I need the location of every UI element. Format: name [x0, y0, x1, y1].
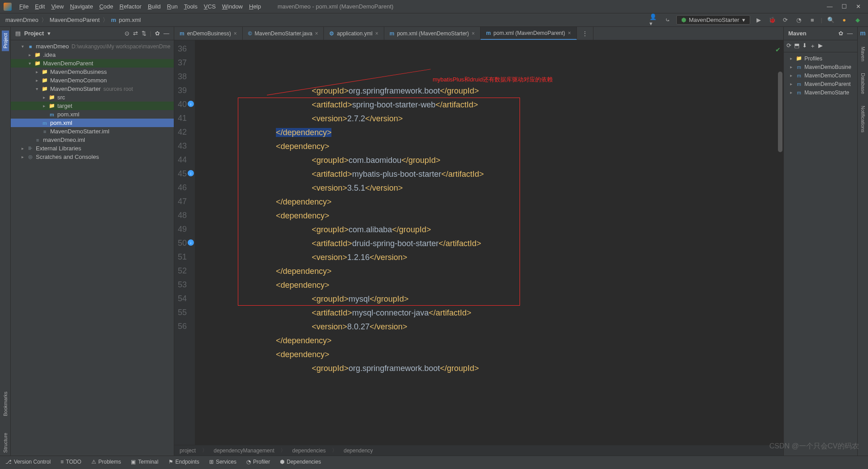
editor-tab[interactable]: mpom.xml (MavenDemoStarter)×	[384, 27, 481, 40]
sidebar-tab-structure[interactable]: Structure	[3, 430, 8, 456]
code-content[interactable]: ✔ <groupId>org.springframework.boot</gro…	[195, 40, 783, 445]
tab-close-icon[interactable]: ×	[315, 30, 318, 37]
sidebar-tab-bookmarks[interactable]: Bookmarks	[3, 389, 8, 419]
stop-icon[interactable]: ■	[808, 15, 817, 25]
tree-item[interactable]: ▸📁MavenDemoCommon	[11, 76, 174, 85]
tree-item[interactable]: ▸◎Scratches and Consoles	[11, 153, 174, 161]
maven-item[interactable]: ▸mMavenDemoBusine	[786, 63, 855, 71]
tree-item[interactable]: mpom.xml	[11, 110, 174, 119]
tree-item[interactable]: mpom.xml	[11, 119, 174, 127]
code-breadcrumb-item[interactable]: project	[180, 448, 196, 454]
hide-icon[interactable]: ―	[163, 30, 169, 37]
maven-item[interactable]: ▸mMavenDemoParent	[786, 80, 855, 88]
tree-item[interactable]: ▸📁MavenDemoBusiness	[11, 68, 174, 76]
reload-icon[interactable]: ⟳	[786, 42, 791, 50]
bottom-tab-services[interactable]: ⊞Services	[209, 459, 236, 465]
tree-item[interactable]: ▾📁MavenDemoParent	[11, 59, 174, 68]
menu-navigate[interactable]: Navigate	[67, 3, 96, 10]
generate-icon[interactable]: ⬒	[794, 42, 799, 50]
tree-item[interactable]: ▾■mavenDmeoD:\wukangyou\My workspace\mav…	[11, 42, 174, 51]
user-icon[interactable]: 👤▾	[649, 15, 659, 25]
bottom-tab-endpoints[interactable]: ⚑Endpoints	[168, 459, 199, 465]
gutter-bean-icon[interactable]: ↓	[188, 101, 194, 107]
settings-icon[interactable]: ✿	[838, 30, 843, 37]
editor-tab[interactable]: ⚙application.yml×	[324, 27, 384, 40]
select-opened-icon[interactable]: ⊙	[125, 30, 129, 37]
maven-item[interactable]: ▸mMavenDemoComm	[786, 71, 855, 80]
maximize-icon[interactable]: ☐	[842, 3, 847, 10]
tab-close-icon[interactable]: ×	[375, 30, 378, 37]
code-editor[interactable]: 3637383940↓4142434445↓4647484950↓5152535…	[174, 40, 783, 445]
tree-item[interactable]: ▸⊪External Libraries	[11, 144, 174, 153]
run-maven-icon[interactable]: ▶	[818, 42, 823, 50]
menu-tools[interactable]: Tools	[181, 3, 201, 10]
tree-item[interactable]: ≡mavenDmeo.iml	[11, 136, 174, 144]
sidebar-tab-database[interactable]: Database	[860, 71, 866, 96]
tab-close-icon[interactable]: ×	[234, 30, 237, 37]
bottom-tab-profiler[interactable]: ◔Profiler	[246, 459, 270, 465]
profile-icon[interactable]: ◔	[794, 15, 804, 25]
project-tree[interactable]: ▾■mavenDmeoD:\wukangyou\My workspace\mav…	[11, 40, 174, 456]
breadcrumb-item[interactable]: pom.xml	[119, 17, 141, 23]
collapse-all-icon[interactable]: ⇅	[142, 30, 146, 37]
avatar-icon[interactable]: ●	[839, 15, 849, 25]
vertical-scrollbar[interactable]	[778, 54, 782, 444]
tab-close-icon[interactable]: ×	[472, 30, 475, 37]
run-config-selector[interactable]: ⬢ MavenDemoStarter ▾	[676, 15, 750, 25]
add-icon[interactable]: ＋	[810, 42, 816, 50]
sidebar-tab-maven[interactable]: Maven	[860, 45, 866, 63]
sidebar-tab-notifications[interactable]: Notifications	[860, 104, 866, 134]
menu-file[interactable]: File	[16, 3, 32, 10]
code-breadcrumb-item[interactable]: dependencyManagement	[214, 448, 274, 454]
editor-tab[interactable]: mpom.xml (MavenDemoParent)×	[481, 27, 577, 40]
menu-view[interactable]: View	[48, 3, 67, 10]
tab-close-icon[interactable]: ×	[568, 30, 571, 36]
tree-item[interactable]: ≡MavenDemoStarter.iml	[11, 127, 174, 136]
bottom-tab-todo[interactable]: ≡TODO	[60, 459, 81, 465]
menu-run[interactable]: Run	[164, 3, 181, 10]
menu-edit[interactable]: Edit	[32, 3, 48, 10]
tree-item[interactable]: ▾📁MavenDemoStartersources root	[11, 85, 174, 93]
editor-tab[interactable]: ©MavenDemoStarter.java×	[243, 27, 324, 40]
breadcrumb-item[interactable]: MavenDemoParent	[50, 17, 100, 23]
download-icon[interactable]: ⬇	[802, 42, 807, 50]
settings-icon[interactable]: ✿	[155, 30, 160, 37]
search-icon[interactable]: 🔍	[826, 15, 836, 25]
run-icon[interactable]: ▶	[754, 15, 764, 25]
tabs-overflow[interactable]: ⋮	[577, 27, 593, 40]
expand-all-icon[interactable]: ⇄	[133, 30, 138, 37]
menu-refactor[interactable]: Refactor	[116, 3, 145, 10]
coverage-icon[interactable]: ⟳	[781, 15, 791, 25]
close-icon[interactable]: ✕	[856, 3, 861, 10]
code-breadcrumb-item[interactable]: dependency	[344, 448, 373, 454]
bottom-tab-problems[interactable]: ⚠Problems	[91, 459, 121, 465]
tree-item[interactable]: ▸📁src	[11, 93, 174, 102]
ide-features-icon[interactable]: ◆	[853, 15, 863, 25]
breadcrumb-item[interactable]: mavenDmeo	[5, 17, 39, 23]
menu-build[interactable]: Build	[145, 3, 164, 10]
menu-code[interactable]: Code	[96, 3, 116, 10]
sidebar-tab-project[interactable]: Project	[2, 30, 9, 51]
maven-item[interactable]: ▸mMavenDemoStarte	[786, 88, 855, 97]
bottom-tab-dependencies[interactable]: ⬢Dependencies	[280, 459, 321, 465]
debug-icon[interactable]: 🐞	[767, 15, 777, 25]
code-breadcrumb[interactable]: project〉dependencyManagement〉dependencie…	[174, 445, 783, 456]
build-icon[interactable]: ⤿	[663, 15, 673, 25]
minimize-icon[interactable]: ―	[827, 3, 833, 10]
chevron-down-icon[interactable]: ▾	[47, 30, 51, 37]
code-breadcrumb-item[interactable]: dependencies	[292, 448, 326, 454]
bottom-tab-terminal[interactable]: ▣Terminal	[131, 459, 158, 465]
maven-item[interactable]: ▸📁Profiles	[786, 54, 855, 63]
menu-vcs[interactable]: VCS	[201, 3, 219, 10]
menu-window[interactable]: Window	[219, 3, 246, 10]
tree-item[interactable]: ▸📁target	[11, 102, 174, 110]
editor-tab[interactable]: menDemoBusiness)×	[174, 27, 243, 40]
bottom-tab-version-control[interactable]: ⎇Version Control	[5, 459, 51, 465]
maven-m-icon[interactable]: m	[860, 30, 865, 37]
gutter-bean-icon[interactable]: ↓	[188, 170, 194, 176]
menu-help[interactable]: Help	[246, 3, 264, 10]
maven-tree[interactable]: ▸📁Profiles▸mMavenDemoBusine▸mMavenDemoCo…	[784, 52, 857, 98]
tree-item[interactable]: ▸📁.idea	[11, 51, 174, 59]
gutter-bean-icon[interactable]: ↓	[188, 239, 194, 246]
hide-icon[interactable]: ―	[847, 30, 853, 37]
